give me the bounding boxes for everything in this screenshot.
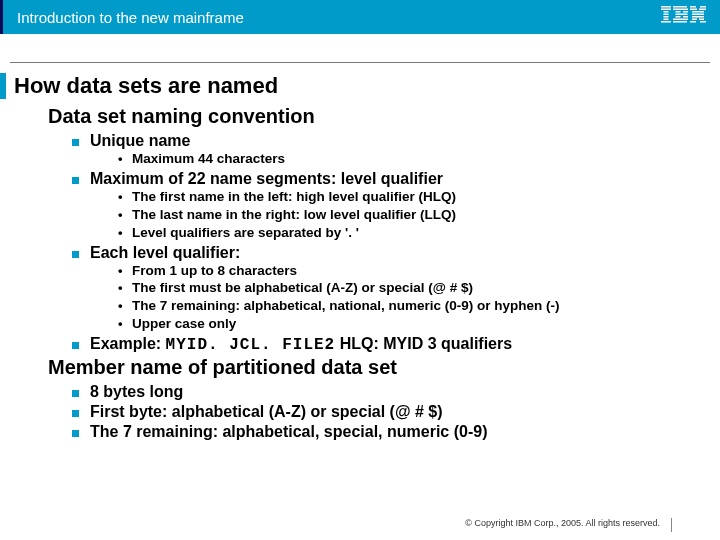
- list-item-example: Example: MYID. JCL. FILE2 HLQ: MYID 3 qu…: [72, 335, 708, 354]
- list-item: Unique name Maximum 44 characters: [72, 132, 708, 168]
- svg-rect-20: [699, 9, 706, 11]
- bullet-label: Each level qualifier:: [90, 244, 240, 261]
- svg-rect-24: [692, 16, 697, 18]
- svg-rect-15: [673, 19, 688, 21]
- svg-rect-8: [673, 6, 687, 8]
- svg-rect-19: [690, 9, 697, 11]
- svg-rect-13: [676, 16, 681, 18]
- list-item: The first must be alphabetical (A-Z) or …: [118, 280, 708, 297]
- svg-rect-6: [661, 21, 671, 23]
- bullet-list: 8 bytes long First byte: alphabetical (A…: [72, 383, 708, 441]
- section-heading: Data set naming convention: [48, 105, 708, 128]
- list-item: Maximum of 22 name segments: level quali…: [72, 170, 708, 242]
- header-title: Introduction to the new mainframe: [17, 9, 244, 26]
- list-item: Maximum 44 characters: [118, 151, 708, 168]
- svg-rect-16: [673, 21, 687, 23]
- example-prefix: Example:: [90, 335, 166, 352]
- section-heading: Member name of partitioned data set: [48, 356, 708, 379]
- footer-divider: [671, 518, 672, 532]
- svg-rect-9: [673, 9, 688, 11]
- svg-rect-11: [683, 11, 688, 13]
- ibm-logo-icon: [661, 6, 706, 28]
- list-item: From 1 up to 8 characters: [118, 263, 708, 280]
- list-item: Each level qualifier: From 1 up to 8 cha…: [72, 244, 708, 334]
- svg-rect-17: [690, 6, 696, 8]
- svg-rect-12: [676, 14, 688, 16]
- svg-rect-2: [664, 11, 669, 13]
- list-item: The 7 remaining: alphabetical, special, …: [72, 423, 708, 441]
- slide-content: How data sets are named Data set naming …: [0, 73, 720, 441]
- svg-rect-28: [699, 19, 704, 21]
- svg-rect-1: [661, 9, 671, 11]
- svg-rect-30: [700, 21, 706, 23]
- svg-rect-29: [690, 21, 696, 23]
- list-item: The first name in the left: high level q…: [118, 189, 708, 206]
- bullet-label: Maximum of 22 name segments: level quali…: [90, 170, 443, 187]
- list-item: The last name in the right: low level qu…: [118, 207, 708, 224]
- svg-rect-23: [692, 14, 704, 16]
- svg-rect-25: [699, 16, 704, 18]
- bullet-label: Unique name: [90, 132, 190, 149]
- svg-rect-22: [698, 11, 704, 13]
- svg-rect-0: [661, 6, 671, 8]
- list-item: Upper case only: [118, 316, 708, 333]
- svg-rect-3: [664, 14, 669, 16]
- svg-rect-14: [683, 16, 688, 18]
- svg-rect-4: [664, 16, 669, 18]
- list-item: Level qualifiers are separated by '. ': [118, 225, 708, 242]
- example-tail: 3 qualifiers: [423, 335, 512, 352]
- list-item: First byte: alphabetical (A-Z) or specia…: [72, 403, 708, 421]
- svg-rect-18: [700, 6, 706, 8]
- copyright-footer: © Copyright IBM Corp., 2005. All rights …: [465, 518, 660, 528]
- example-code: MYID. JCL. FILE2: [166, 336, 336, 354]
- svg-rect-21: [692, 11, 698, 13]
- list-item: 8 bytes long: [72, 383, 708, 401]
- slide-title: How data sets are named: [0, 73, 708, 99]
- bullet-list: Unique name Maximum 44 characters Maximu…: [72, 132, 708, 354]
- svg-rect-5: [664, 19, 669, 21]
- example-hlq: HLQ: MYID: [335, 335, 423, 352]
- svg-rect-26: [697, 16, 700, 18]
- svg-rect-10: [676, 11, 681, 13]
- svg-rect-27: [692, 19, 697, 21]
- divider: [10, 62, 710, 63]
- list-item: The 7 remaining: alphabetical, national,…: [118, 298, 708, 315]
- header-bar: Introduction to the new mainframe: [0, 0, 720, 34]
